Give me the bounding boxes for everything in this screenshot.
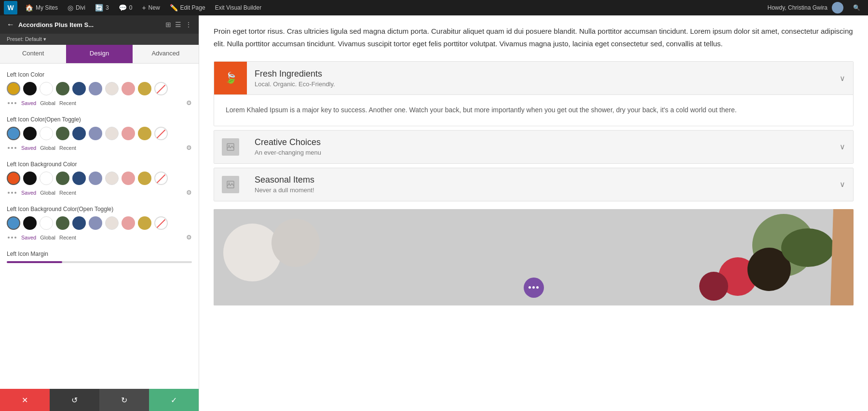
swatch-black-2[interactable] xyxy=(23,127,37,140)
swatch-steel-3[interactable] xyxy=(89,172,102,185)
swatch-green-2[interactable] xyxy=(56,127,69,140)
swatch-steel-2[interactable] xyxy=(89,127,102,140)
color-extras-4: Saved Global Recent ⚙ xyxy=(7,234,192,241)
swatch-navy-2[interactable] xyxy=(72,127,86,140)
recent-tag-4[interactable]: Recent xyxy=(59,235,76,240)
swatch-pink[interactable] xyxy=(122,82,135,95)
swatch-green-3[interactable] xyxy=(56,172,69,185)
saved-tag-4[interactable]: Saved xyxy=(21,235,36,240)
swatch-amber-2[interactable] xyxy=(138,127,151,140)
edit-page-menu[interactable]: ✏️ Edit Page xyxy=(166,0,209,15)
saved-tag-2[interactable]: Saved xyxy=(21,145,36,151)
divi-menu[interactable]: ◎ Divi xyxy=(64,0,89,15)
swatch-amber-3[interactable] xyxy=(138,172,151,185)
saved-tag[interactable]: Saved xyxy=(21,100,36,106)
swatch-black-3[interactable] xyxy=(23,172,37,185)
swatch-black-4[interactable] xyxy=(23,216,37,230)
expand-dots-btn-4[interactable] xyxy=(7,236,17,239)
swatch-navy[interactable] xyxy=(72,82,86,95)
tab-design[interactable]: Design xyxy=(66,45,132,63)
plus-icon: + xyxy=(142,4,146,12)
global-tag-3[interactable]: Global xyxy=(40,190,55,196)
settings-icon-4[interactable]: ⚙ xyxy=(186,234,192,241)
search-admin-btn[interactable]: 🔍 xyxy=(849,0,864,15)
preset-row[interactable]: Preset: Default ▾ xyxy=(0,34,199,45)
global-tag-4[interactable]: Global xyxy=(40,235,55,240)
comment-count-menu[interactable]: 💬 0 xyxy=(115,0,136,15)
new-menu[interactable]: + New xyxy=(138,0,163,15)
color-extras-1: Saved Global Recent ⚙ xyxy=(7,99,192,106)
expand-dots-btn-3[interactable] xyxy=(7,191,17,195)
cancel-button[interactable]: ✕ xyxy=(0,389,50,411)
howdy-menu[interactable]: Howdy, Christina Gwira xyxy=(764,0,847,15)
expand-dots-btn[interactable] xyxy=(7,101,17,105)
tab-content[interactable]: Content xyxy=(0,45,66,63)
grid-icon[interactable]: ⊞ xyxy=(165,21,171,28)
recent-tag-2[interactable]: Recent xyxy=(59,145,76,151)
menu-icon[interactable]: ☰ xyxy=(175,21,181,28)
accordion-text-creative: Creative Choices An ever-changing menu xyxy=(247,132,832,162)
swatch-orange-active[interactable] xyxy=(7,172,20,185)
swatch-cream-2[interactable] xyxy=(105,127,119,140)
accordion-header-fresh[interactable]: 🍃 Fresh Ingredients Local. Organic. Eco-… xyxy=(214,62,853,94)
global-tag-2[interactable]: Global xyxy=(40,145,55,151)
exit-builder-btn[interactable]: Exit Visual Builder xyxy=(211,0,266,15)
bottom-bar: ✕ ↺ ↻ ✓ xyxy=(0,389,199,411)
swatch-steel-4[interactable] xyxy=(89,216,102,230)
swatch-white[interactable] xyxy=(40,82,53,95)
undo-button[interactable]: ↺ xyxy=(50,389,99,411)
expand-dots-btn-2[interactable] xyxy=(7,146,17,150)
swatch-cream-3[interactable] xyxy=(105,172,119,185)
swatch-white-3[interactable] xyxy=(40,172,53,185)
left-icon-color-open-swatches xyxy=(7,127,192,140)
settings-icon-2[interactable]: ⚙ xyxy=(186,144,192,151)
swatch-green-4[interactable] xyxy=(56,216,69,230)
swatch-none-3[interactable] xyxy=(154,172,168,185)
global-tag[interactable]: Global xyxy=(40,100,55,106)
my-sites-menu[interactable]: 🏠 My Sites xyxy=(21,0,62,15)
swatch-blue-active[interactable] xyxy=(7,127,20,140)
accordion-chevron-seasonal[interactable]: ∨ xyxy=(832,180,853,189)
confirm-button[interactable]: ✓ xyxy=(149,389,199,411)
swatch-pink-3[interactable] xyxy=(122,172,135,185)
swatch-navy-4[interactable] xyxy=(72,216,86,230)
recent-tag-3[interactable]: Recent xyxy=(59,190,76,196)
swatch-steel[interactable] xyxy=(89,82,102,95)
settings-icon[interactable]: ⚙ xyxy=(186,99,192,106)
swatch-amber-4[interactable] xyxy=(138,216,151,230)
swatch-none-4[interactable] xyxy=(154,216,168,230)
swatch-cream-4[interactable] xyxy=(105,216,119,230)
accordion-chevron-fresh[interactable]: ∨ xyxy=(832,74,853,83)
swatch-pink-4[interactable] xyxy=(122,216,135,230)
wp-logo-icon[interactable]: W xyxy=(4,1,17,14)
comments-menu[interactable]: 🔄 3 xyxy=(91,0,113,15)
recent-tag[interactable]: Recent xyxy=(59,100,76,106)
margin-slider[interactable] xyxy=(7,261,192,263)
floating-dots-button[interactable] xyxy=(524,278,544,298)
left-icon-bg-color-open-section: Left Icon Background Color(Open Toggle) xyxy=(7,206,192,241)
swatch-cream[interactable] xyxy=(105,82,119,95)
accordion-header-seasonal[interactable]: Seasonal Items Never a dull moment! ∨ xyxy=(214,168,853,201)
accordion-item-fresh-ingredients: 🍃 Fresh Ingredients Local. Organic. Eco-… xyxy=(214,61,854,126)
swatch-blue-2-active[interactable] xyxy=(7,216,20,230)
swatch-amber[interactable] xyxy=(138,82,151,95)
accordion-chevron-creative[interactable]: ∨ xyxy=(832,142,853,151)
swatch-white-2[interactable] xyxy=(40,127,53,140)
more-options-icon[interactable]: ⋮ xyxy=(185,21,192,28)
accordion-title-fresh: Fresh Ingredients xyxy=(255,69,824,79)
swatch-black[interactable] xyxy=(23,82,37,95)
swatch-navy-3[interactable] xyxy=(72,172,86,185)
back-button[interactable]: ← xyxy=(7,20,14,29)
swatch-white-4[interactable] xyxy=(40,216,53,230)
swatch-none-2[interactable] xyxy=(154,127,168,140)
tab-advanced[interactable]: Advanced xyxy=(133,45,199,63)
left-panel: ← Accordions Plus Item S... ⊞ ☰ ⋮ Preset… xyxy=(0,15,199,411)
saved-tag-3[interactable]: Saved xyxy=(21,190,36,196)
settings-icon-3[interactable]: ⚙ xyxy=(186,189,192,196)
redo-button[interactable]: ↻ xyxy=(99,389,149,411)
accordion-header-creative[interactable]: Creative Choices An ever-changing menu ∨ xyxy=(214,131,853,163)
swatch-gold[interactable] xyxy=(7,82,20,95)
swatch-green[interactable] xyxy=(56,82,69,95)
swatch-pink-2[interactable] xyxy=(122,127,135,140)
swatch-none[interactable] xyxy=(154,82,168,95)
